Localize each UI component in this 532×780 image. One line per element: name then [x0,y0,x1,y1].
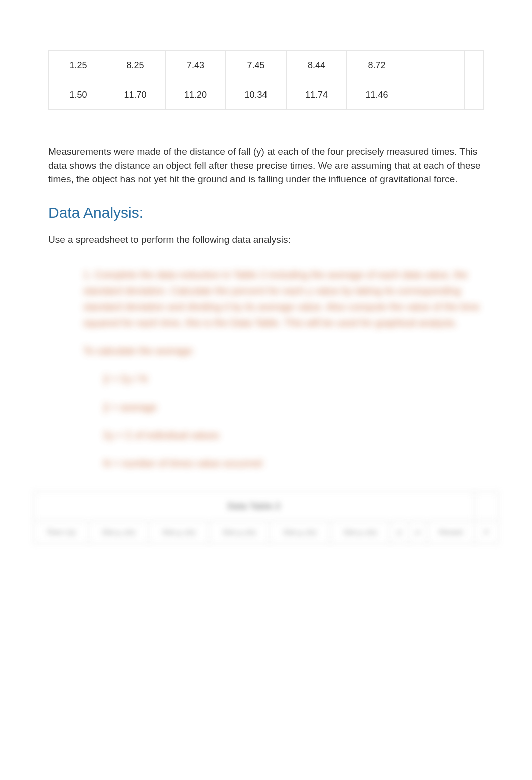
table-title: Data Table 2 [34,491,475,521]
empty-cell [464,80,483,110]
col-header: Dist y₄ (m) [270,521,330,543]
data-table-2: Data Table 2 Time t (s) Dist y₁ (m) Dist… [33,491,499,544]
col-header: Dist y₅ (m) [330,521,390,543]
empty-cell [445,51,464,80]
blurred-preview: 1. Complete the data reduction in Table … [48,267,484,471]
intro-paragraph: Measurements were made of the distance o… [48,145,484,186]
empty-cell [474,491,498,521]
cell: 7.45 [226,51,287,80]
empty-cell [464,51,483,80]
row-label: 1.50 [49,80,105,110]
cell: 7.43 [165,51,226,80]
col-header: Time t (s) [34,521,89,543]
blurred-text: Σy = Σ of individual values [103,427,484,443]
table-header-row: Time t (s) Dist y₁ (m) Dist y₂ (m) Dist … [34,521,499,543]
col-header: Percent [427,521,475,543]
col-header: Dist y₃ (m) [209,521,270,543]
col-header: Dist y₁ (m) [88,521,149,543]
col-header: σ [408,521,427,543]
cell: 11.46 [347,80,407,110]
blurred-table-preview: Data Table 2 Time t (s) Dist y₁ (m) Dist… [33,491,499,544]
analysis-instruction: Use a spreadsheet to perform the followi… [48,233,484,247]
blurred-formula: ȳ = Σy / N [103,371,484,387]
cell: 11.70 [105,80,166,110]
blurred-text: 1. Complete the data reduction in Table … [83,267,484,331]
empty-cell [407,51,426,80]
col-header: Dist y₂ (m) [149,521,209,543]
blurred-text: ȳ = average [103,399,484,415]
cell: 10.34 [226,80,287,110]
section-heading: Data Analysis: [48,202,484,224]
cell: 8.44 [286,51,347,80]
blurred-text: N = number of times value occurred [103,455,484,471]
empty-cell [426,51,445,80]
empty-cell [426,80,445,110]
measurement-table: 1.25 8.25 7.43 7.45 8.44 8.72 1.50 11.70… [48,50,484,110]
col-header: ȳ [390,521,408,543]
table-row: 1.50 11.70 11.20 10.34 11.74 11.46 [49,80,484,110]
col-header: t² [474,521,498,543]
row-label: 1.25 [49,51,105,80]
empty-cell [407,80,426,110]
cell: 11.74 [286,80,347,110]
cell: 8.72 [347,51,407,80]
cell: 8.25 [105,51,166,80]
table-row: 1.25 8.25 7.43 7.45 8.44 8.72 [49,51,484,80]
blurred-text: To calculate the average: [83,343,484,359]
empty-cell [445,80,464,110]
cell: 11.20 [165,80,226,110]
